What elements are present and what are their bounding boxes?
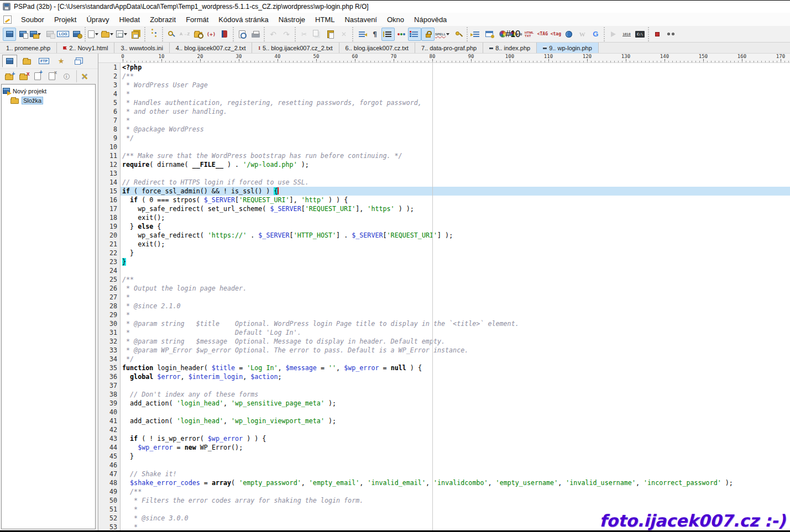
print-preview-button[interactable] [236,28,249,41]
macro-record-button[interactable] [651,28,664,41]
code-line-24[interactable]: 24 [98,266,790,275]
code-line-23[interactable]: 23} [98,257,790,266]
log-window-button[interactable]: LOG [56,28,70,41]
code-line-3[interactable]: 3 * WordPress User Page [98,81,790,89]
project-settings-button[interactable] [70,28,83,41]
document-tab[interactable]: 8.. index.php [483,43,537,53]
macro-view-button[interactable] [664,28,677,41]
menu-hledat[interactable]: Hledat [114,14,145,25]
code-line-41[interactable]: 41 add_action( 'login_head', 'wp_login_v… [98,417,790,425]
line-numbers-button[interactable] [381,28,395,41]
menu-form-t[interactable]: Formát [181,14,213,25]
menu-html[interactable]: HTML [310,14,339,25]
project-panel-toggle-button[interactable] [3,28,16,41]
code-line-7[interactable]: 7 * [98,116,790,125]
code-line-15[interactable]: 15if ( force_ssl_admin() && ! is_ssl() )… [98,187,790,196]
code-line-13[interactable]: 13 [98,169,790,178]
tree-item-slo-ka[interactable]: Složka [3,96,94,105]
tag-lowercase-button[interactable]: <tag [549,28,562,41]
code-line-21[interactable]: 21 exit(); [98,240,790,249]
search-replace-button[interactable]: A→Z [178,28,191,41]
code-line-29[interactable]: 29 * [98,310,790,319]
panel-project-tab[interactable] [2,55,17,67]
code-line-36[interactable]: 36 global $error, $interim_login, $actio… [98,372,790,381]
code-line-35[interactable]: 35function login_header( $title = 'Log I… [98,364,790,372]
menu-soubor[interactable]: Soubor [16,14,49,25]
code-line-39[interactable]: 39 add_action( 'login_head', 'wp_sensiti… [98,399,790,408]
document-tab[interactable]: 7.. data-pro-graf.php [415,43,483,53]
code-line-30[interactable]: 30 * @param string $title Optional. Word… [98,319,790,328]
project-save-button[interactable] [43,28,56,41]
project-add-file-button[interactable] [31,70,44,82]
tag-uppercase-button[interactable]: <TAG [536,28,549,41]
print-button[interactable] [249,28,262,41]
dropdown-caret-icon[interactable] [446,33,449,35]
project-copy-button[interactable] [16,28,29,41]
indent-block-button[interactable] [469,28,483,41]
search-button[interactable] [165,28,178,41]
special-chars-button[interactable] [408,28,421,41]
code-line-34[interactable]: 34 */ [98,355,790,364]
document-tab[interactable]: 1.. promene.php [0,43,57,53]
code-line-32[interactable]: 32 * @param string $message Optional. Me… [98,337,790,346]
code-line-28[interactable]: 28 * @since 2.1.0 [98,302,790,310]
code-line-26[interactable]: 26 * Output the login page header. [98,284,790,293]
dropdown-caret-icon[interactable] [124,33,127,35]
menu-zobrazit[interactable]: Zobrazit [145,14,181,25]
panel-files-tab[interactable] [19,55,34,67]
word-wrap-button[interactable] [355,28,368,41]
panel-ftp-tab[interactable]: FTP [36,55,51,67]
code-line-38[interactable]: 38 // Don't index any of these forms [98,390,790,399]
code-line-47[interactable]: 47 // Shake it! [98,470,790,478]
google-search-button[interactable]: G [589,28,602,41]
document-tab[interactable]: I5.. blog.ijacek007.cz_2.txt [252,43,339,53]
text-diff-button[interactable] [483,28,496,41]
command-line-button[interactable]: C:\ [633,28,646,41]
code-line-45[interactable]: 45 } [98,452,790,461]
open-in-browser-button[interactable] [562,28,576,41]
code-line-12[interactable]: 12require( dirname( __FILE__ ) . '/wp-lo… [98,160,790,169]
redo-button[interactable]: ↷ [280,28,293,41]
color-translate-button[interactable]: #10#10 [509,28,522,41]
code-line-20[interactable]: 20 wp_safe_redirect( 'https://' . $_SERV… [98,231,790,240]
code-line-5[interactable]: 5 * Handles authentication, registering,… [98,98,790,107]
menu-k-dov-str-nka[interactable]: Kódová stránka [213,14,273,25]
menu-nastaven-[interactable]: Nastavení [339,14,382,25]
spell-check-button[interactable]: SPELL [435,28,452,41]
project-remove-folder-button[interactable] [17,70,30,82]
code-line-33[interactable]: 33 * @param WP_Error $wp_error Optional.… [98,346,790,355]
menu-n-stroje[interactable]: Nástroje [274,14,310,25]
code-line-42[interactable]: 42 [98,425,790,434]
document-tab[interactable]: 2.. Novy1.html [57,43,114,53]
project-remove-file-button[interactable] [45,70,59,82]
project-add-folder-button[interactable] [2,70,15,82]
dropdown-caret-icon[interactable] [95,33,98,35]
code-line-14[interactable]: 14// Redirect to HTTPS login if forced t… [98,178,790,187]
binary-view-button[interactable]: 1010 [620,28,633,41]
save-all-button[interactable] [129,28,143,41]
project-open-button[interactable] [29,28,43,41]
code-line-1[interactable]: 1<?php [98,63,790,72]
code-area[interactable]: 1<?php2/**3 * WordPress User Page4 *5 * … [98,63,790,530]
code-line-46[interactable]: 46 [98,461,790,470]
code-line-50[interactable]: 50 * Filters the error codes array for s… [98,496,790,505]
code-line-43[interactable]: 43 if ( ! is_wp_error( $wp_error ) ) { [98,434,790,443]
menu-okno[interactable]: Okno [382,14,409,25]
menu-n-pov-da[interactable]: Nápověda [409,14,452,25]
regular-expressions-button[interactable]: (+) [205,28,218,41]
code-line-48[interactable]: 48 $shake_error_codes = array( 'empty_pa… [98,478,790,487]
code-line-22[interactable]: 22 } [98,249,790,257]
show-formatting-button[interactable]: ¶ [368,28,381,41]
code-explorer-button[interactable] [147,28,160,41]
undo-button[interactable]: ↶ [266,28,280,41]
html-validator-button[interactable]: W [576,28,589,41]
read-only-lock-button[interactable] [421,28,435,41]
document-tab[interactable]: 3.. wwwtools.ini [114,43,169,53]
run-script-button[interactable] [606,28,620,41]
code-line-4[interactable]: 4 * [98,89,790,98]
delete-button[interactable]: ✕ [337,28,350,41]
code-line-31[interactable]: 31 * Default 'Log In'. [98,328,790,337]
search-in-files-button[interactable] [191,28,205,41]
document-tab[interactable]: 4.. blog.ijacek007.cz_2.txt [170,43,253,53]
dropdown-caret-icon[interactable] [110,33,113,35]
